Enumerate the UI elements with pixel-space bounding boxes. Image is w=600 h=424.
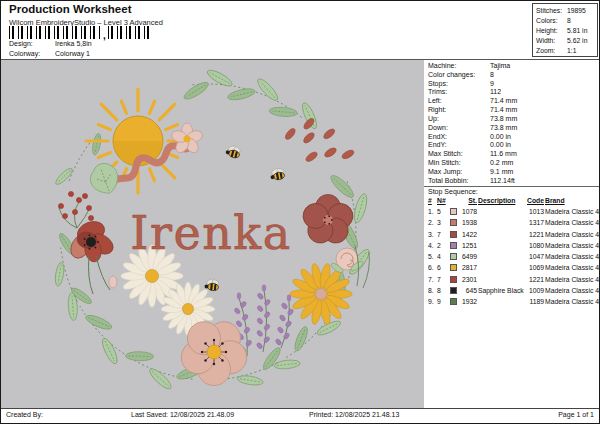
colorway-value: Colorway 1 bbox=[55, 50, 90, 57]
stop-sequence-row: 3. 7 1422 1221 Madeira Classic 40 bbox=[428, 229, 599, 240]
cell-needle: 2 bbox=[437, 240, 449, 251]
cell-st: 6499 bbox=[460, 251, 477, 262]
cell-needle: 9 bbox=[437, 296, 449, 307]
machine-info-label: Left: bbox=[428, 97, 490, 106]
worksheet-footer: Created By: Last Saved: 12/08/2025 21.48… bbox=[1, 411, 599, 424]
cell-description bbox=[478, 240, 518, 251]
machine-info-row: Up:73.8 mm bbox=[428, 115, 517, 124]
cell-brand: Madeira Classic 40 bbox=[545, 217, 599, 228]
machine-info-list: Machine:Tajima Color changes:8 Stops:9 T… bbox=[428, 62, 517, 185]
stat-value: 5.62 in bbox=[567, 37, 587, 44]
stop-sequence-title: Stop Sequence: bbox=[428, 188, 478, 195]
cell-brand: Madeira Classic 40 bbox=[545, 229, 599, 240]
col-st: St. bbox=[460, 197, 477, 204]
machine-info-value: 112.14ft bbox=[490, 177, 515, 184]
col-num: # bbox=[428, 197, 436, 204]
machine-info-value: 73.8 mm bbox=[490, 124, 517, 131]
cell-code: 1317 bbox=[519, 217, 544, 228]
thread-color-swatch bbox=[450, 231, 457, 238]
cell-code: 1189 bbox=[519, 296, 544, 307]
stat-value: 1:1 bbox=[567, 47, 576, 54]
cell-num: 7. bbox=[428, 274, 436, 285]
thread-color-swatch bbox=[450, 219, 457, 226]
cell-needle: 7 bbox=[437, 274, 449, 285]
cell-brand: Madeira Classic 40 bbox=[545, 274, 599, 285]
cell-num: 3. bbox=[428, 229, 436, 240]
barcode-segment-1 bbox=[9, 26, 101, 39]
stat-row: Zoom:1:1 bbox=[536, 46, 597, 56]
cell-description bbox=[478, 296, 518, 307]
machine-info-label: EndY: bbox=[428, 141, 490, 150]
stat-value: 5.81 in bbox=[567, 27, 587, 34]
design-value: Irenka 5,8in bbox=[55, 40, 92, 47]
col-brand: Brand bbox=[545, 197, 599, 204]
machine-info-value: 112 bbox=[490, 88, 501, 95]
stat-label: Colors: bbox=[536, 16, 567, 26]
stat-value: 8 bbox=[567, 17, 571, 24]
cell-needle: 8 bbox=[437, 285, 449, 296]
cell-code: 1009 bbox=[519, 285, 544, 296]
machine-info-value: 0.2 mm bbox=[490, 159, 513, 166]
machine-info-row: EndX:0.00 in bbox=[428, 133, 517, 142]
colorway-label: Colorway: bbox=[9, 50, 55, 57]
machine-info-value: 0.00 in bbox=[490, 133, 511, 140]
machine-info-label: Total Bobbin: bbox=[428, 177, 490, 186]
stat-label: Height: bbox=[536, 26, 567, 36]
machine-info-label: Min Stitch: bbox=[428, 159, 490, 168]
machine-info-value: 73.8 mm bbox=[490, 115, 517, 122]
cell-code: 1047 bbox=[519, 251, 544, 262]
stop-sequence-row: 7. 7 2301 1221 Madeira Classic 40 bbox=[428, 274, 599, 285]
cell-brand: Madeira Classic 40 bbox=[545, 240, 599, 251]
machine-info-label: Down: bbox=[428, 124, 490, 133]
cell-st: 1422 bbox=[460, 229, 477, 240]
machine-info-value: Tajima bbox=[490, 62, 510, 69]
machine-info-row: Max Jump:9.1 mm bbox=[428, 168, 517, 177]
last-saved-text: Last Saved: 12/08/2025 21.48.09 bbox=[131, 411, 234, 418]
cell-st: 2301 bbox=[460, 274, 477, 285]
machine-info-row: Down:73.8 mm bbox=[428, 124, 517, 133]
cell-needle: 3 bbox=[437, 217, 449, 228]
page-title: Production Worksheet bbox=[9, 3, 131, 15]
machine-info-label: EndX: bbox=[428, 133, 490, 142]
cell-st: 1938 bbox=[460, 217, 477, 228]
design-canvas: Irenka bbox=[1, 60, 424, 408]
printed-text: Printed: 12/08/2025 21.48.13 bbox=[309, 411, 399, 418]
cell-code: 1013 bbox=[519, 206, 544, 217]
cell-num: 6. bbox=[428, 262, 436, 273]
cell-code: 1221 bbox=[519, 274, 544, 285]
cell-st: 1932 bbox=[460, 296, 477, 307]
stop-sequence-row: 2. 3 1938 1317 Madeira Classic 40 bbox=[428, 217, 599, 228]
cell-st: 1078 bbox=[460, 206, 477, 217]
cell-brand: Madeira Classic 40 bbox=[545, 296, 599, 307]
colorway-row: Colorway:Colorway 1 bbox=[9, 50, 90, 57]
cell-num: 5. bbox=[428, 251, 436, 262]
design-row: Design:Irenka 5,8in bbox=[9, 40, 92, 47]
design-label: Design: bbox=[9, 40, 55, 47]
thread-color-swatch bbox=[450, 242, 457, 249]
created-by-label: Created By: bbox=[6, 411, 43, 418]
cell-description bbox=[478, 206, 518, 217]
cell-brand: Madeira Classic 40 bbox=[545, 285, 599, 296]
machine-info-row: Machine:Tajima bbox=[428, 62, 517, 71]
thread-color-swatch bbox=[450, 298, 457, 305]
cell-code: 1069 bbox=[519, 262, 544, 273]
machine-info-value: 11.6 mm bbox=[490, 150, 517, 157]
stat-row: Width:5.62 in bbox=[536, 36, 597, 46]
cell-brand: Madeira Classic 40 bbox=[545, 251, 599, 262]
design-name-text: Irenka bbox=[130, 206, 291, 260]
cell-description bbox=[478, 274, 518, 285]
machine-info-label: Max Stitch: bbox=[428, 150, 490, 159]
col-swatch bbox=[450, 197, 459, 204]
barcode: , bbox=[9, 26, 152, 39]
panel-divider bbox=[424, 186, 600, 187]
machine-info-row: Max Stitch:11.6 mm bbox=[428, 150, 517, 159]
machine-info-row: Trims:112 bbox=[428, 88, 517, 97]
stat-row: Stitches:19895 bbox=[536, 6, 597, 16]
cell-num: 8. bbox=[428, 285, 436, 296]
page-number: Page 1 of 1 bbox=[558, 411, 594, 418]
cell-description bbox=[478, 251, 518, 262]
cell-description bbox=[478, 217, 518, 228]
stat-label: Width: bbox=[536, 36, 567, 46]
col-description: Description bbox=[478, 197, 518, 204]
cell-st: 645 bbox=[460, 285, 477, 296]
